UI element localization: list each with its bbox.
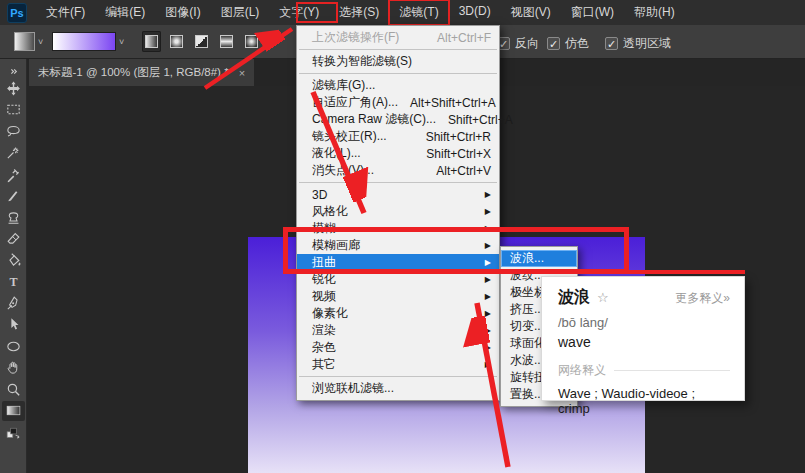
gradient-preview-bar[interactable] [52,32,116,51]
hand-tool[interactable] [2,358,25,378]
ellipse-icon [5,338,22,355]
gradient-style-linear-button[interactable] [142,31,161,52]
submenu-arrow-icon: ▶ [485,292,491,301]
path-select-tool[interactable] [2,315,25,335]
eraser-tool[interactable] [2,229,25,249]
menu-item-shortcut: Shift+Ctrl+A [448,113,513,127]
gradient-style-diamond-button[interactable] [242,31,261,52]
gradient-style-radial-button[interactable] [167,31,186,52]
menubar-item-S[interactable]: 选择(S) [329,0,389,25]
menu-item-label: 转换为智能滤镜(S) [312,53,491,70]
gradient-preset-icon[interactable] [14,32,35,51]
magic-wand-icon [5,144,22,161]
menubar-item-H[interactable]: 帮助(H) [624,0,685,25]
menu-bar-items: 文件(F)编辑(E)图像(I)图层(L)文字(Y)选择(S)滤镜(T)3D(D)… [36,0,685,25]
pen-icon [5,295,22,312]
paint-bucket-tool[interactable] [2,250,25,270]
menu-item-label: 视频 [312,288,477,305]
menu-item-label: Camera Raw 滤镜(C)... [312,111,436,128]
pen-tool[interactable] [2,293,25,313]
filter-menu-item-[interactable]: 风格化▶ [297,203,499,220]
linear-gradient-icon [145,35,158,48]
filter-menu-item-G[interactable]: 滤镜库(G)... [297,77,499,94]
filter-dropdown-menu: 上次滤镜操作(F)Alt+Ctrl+F转换为智能滤镜(S)滤镜库(G)...自适… [296,25,500,401]
submenu-arrow-icon: ▶ [485,326,491,335]
star-icon[interactable]: ☆ [597,290,675,305]
dictionary-word: 波浪 [558,287,590,308]
chevron-down-icon[interactable]: ˅ [119,37,124,47]
menu-item-shortcut: Shift+Ctrl+R [426,130,491,144]
filter-menu-item-[interactable]: 浏览联机滤镜... [297,380,499,397]
filter-menu-item-V[interactable]: 消失点(V)...Alt+Ctrl+V [297,162,499,179]
chevron-down-icon[interactable]: ˅ [38,37,43,47]
photoshop-logo-icon: Ps [7,3,27,23]
dictionary-pinyin: /bō làng/ [558,315,730,330]
swap-colors-tool[interactable] [2,422,25,442]
menubar-item-F[interactable]: 文件(F) [36,0,95,25]
paint-bucket-icon [5,252,22,269]
filter-menu-item-L[interactable]: 液化(L)...Shift+Ctrl+X [297,145,499,162]
ellipse-tool[interactable] [2,336,25,356]
marquee-tool[interactable] [2,100,25,120]
menubar-item-V[interactable]: 视图(V) [501,0,561,25]
filter-menu-item-[interactable]: 杂色▶ [297,339,499,356]
menu-item-label: 3D [312,188,477,202]
filter-menu-item-CameraRawC[interactable]: Camera Raw 滤镜(C)...Shift+Ctrl+A [297,111,499,128]
close-icon[interactable]: × [239,67,245,79]
checkbox-仿色[interactable]: ✓仿色 [547,35,589,52]
menu-item-label: 风格化 [312,203,477,220]
brush-icon [5,187,22,204]
menubar-item-L[interactable]: 图层(L) [211,0,270,25]
more-definitions-link[interactable]: 更多释义» [675,290,730,307]
clone-stamp-tool[interactable] [2,207,25,227]
divider [614,370,730,371]
clone-stamp-icon [5,209,22,226]
gradient-style-reflected-button[interactable] [217,31,236,52]
brush-tool[interactable] [2,186,25,206]
menu-separator [299,49,497,50]
annotation-line [626,270,745,274]
eyedropper-icon [5,166,22,183]
type-tool[interactable]: T [2,272,25,292]
menu-item-label: 镜头校正(R)... [312,128,414,145]
lasso-tool[interactable] [2,121,25,141]
filter-menu-item-F: 上次滤镜操作(F)Alt+Ctrl+F [297,29,499,46]
dictionary-translation: wave [558,334,730,350]
menu-item-shortcut: Alt+Shift+Ctrl+A [410,96,496,110]
menubar-item-I[interactable]: 图像(I) [155,0,210,25]
document-tab-title: 未标题-1 @ 100% (图层 1, RGB/8#) * [38,65,229,80]
web-definitions-label: 网络释义 [558,362,606,379]
menu-item-label: 上次滤镜操作(F) [312,29,425,46]
filter-menu-item-A[interactable]: 自适应广角(A)...Alt+Shift+Ctrl+A [297,94,499,111]
checkbox-透明区域[interactable]: ✓透明区域 [605,35,671,52]
menu-item-label: 其它 [312,356,477,373]
menubar-item-W[interactable]: 窗口(W) [561,0,624,25]
filter-menu-item-S[interactable]: 转换为智能滤镜(S) [297,53,499,70]
checkbox-反向[interactable]: ✓反向 [497,35,539,52]
menu-bar: Ps 文件(F)编辑(E)图像(I)图层(L)文字(Y)选择(S)滤镜(T)3D… [0,0,805,25]
menubar-item-E[interactable]: 编辑(E) [95,0,155,25]
menu-item-label: 消失点(V)... [312,162,424,179]
checkbox-icon[interactable]: ✓ [547,37,560,50]
eyedropper-tool[interactable] [2,164,25,184]
path-select-icon [5,316,22,333]
filter-menu-item-[interactable]: 视频▶ [297,288,499,305]
filter-menu-item-[interactable]: 其它▶ [297,356,499,373]
filter-menu-item-3D[interactable]: 3D▶ [297,186,499,203]
gradient-style-angle-button[interactable] [192,31,211,52]
tools-panel: T [0,59,27,473]
filter-menu-item-R[interactable]: 镜头校正(R)...Shift+Ctrl+R [297,128,499,145]
menu-separator [299,182,497,183]
magic-wand-tool[interactable] [2,143,25,163]
gradient-swatch-tool[interactable] [2,401,25,421]
zoom-tool[interactable] [2,379,25,399]
reflected-gradient-icon [220,35,233,48]
menubar-item-3DD[interactable]: 3D(D) [449,0,501,25]
filter-menu-item-[interactable]: 渲染▶ [297,322,499,339]
document-tab[interactable]: 未标题-1 @ 100% (图层 1, RGB/8#) * × [29,59,254,86]
menubar-item-T[interactable]: 滤镜(T) [389,0,448,25]
checkbox-icon[interactable]: ✓ [605,37,618,50]
move-tool[interactable] [2,78,25,98]
zoom-icon [5,381,22,398]
filter-menu-item-[interactable]: 像素化▶ [297,305,499,322]
